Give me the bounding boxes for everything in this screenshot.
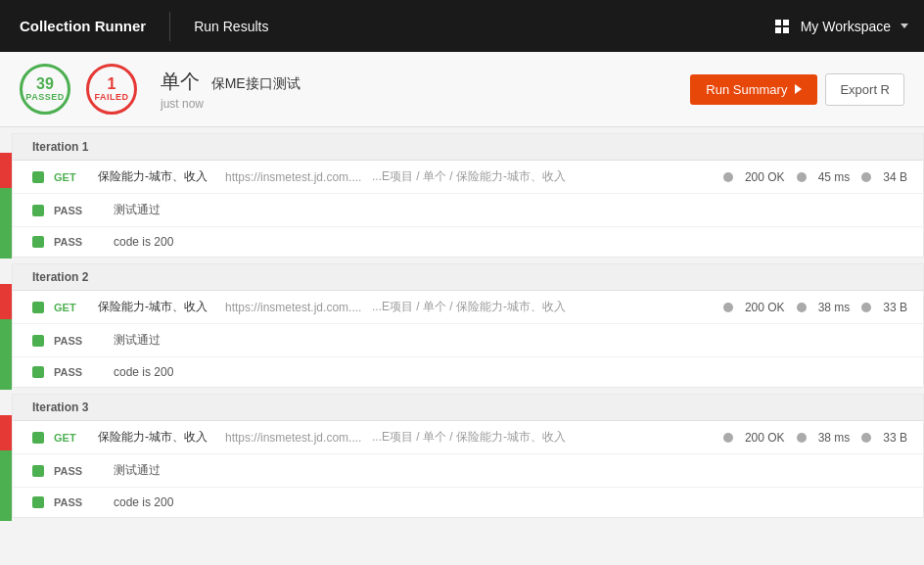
status-dot xyxy=(723,172,733,182)
request-url: https://insmetest.jd.com.... xyxy=(225,431,362,445)
export-button[interactable]: Export R xyxy=(825,73,904,106)
time-text: 38 ms xyxy=(818,301,851,314)
collection-name: 保ME接口测试 xyxy=(211,75,300,91)
passed-count: 39 xyxy=(36,76,54,92)
size-dot xyxy=(861,433,871,443)
row-indicator xyxy=(32,302,44,313)
request-row: GET 保险能力-城市、收入 https://insmetest.jd.com.… xyxy=(13,161,923,194)
size-dot xyxy=(861,303,871,312)
request-path: ...E项目 / 单个 / 保险能力-城市、收入 xyxy=(372,429,714,446)
run-type: 单个 xyxy=(161,71,200,92)
iteration-block: Iteration 1 GET 保险能力-城市、收入 https://insme… xyxy=(12,133,924,258)
header-divider xyxy=(169,12,170,41)
workspace-chevron-icon[interactable] xyxy=(901,24,908,28)
time-dot xyxy=(797,303,807,312)
iteration-header: Iteration 1 xyxy=(13,134,923,161)
run-summary-label: Run Summary xyxy=(706,82,787,97)
status-text: 200 OK xyxy=(745,431,785,445)
time-dot xyxy=(797,172,807,182)
failed-circle: 1 FAILED xyxy=(86,64,137,115)
iteration-block: Iteration 3 GET 保险能力-城市、收入 https://insme… xyxy=(12,394,924,518)
request-name: 保险能力-城市、收入 xyxy=(98,168,215,185)
run-summary-button[interactable]: Run Summary xyxy=(690,74,817,105)
request-meta: 200 OK 38 ms 33 B xyxy=(723,301,907,314)
test-name: code is 200 xyxy=(114,495,173,509)
failed-label: FAILED xyxy=(94,92,128,102)
status-dot xyxy=(723,303,733,312)
method-badge: GET xyxy=(54,171,88,183)
passed-label: PASSED xyxy=(25,92,64,102)
size-text: 33 B xyxy=(883,301,907,314)
workspace-grid-icon xyxy=(775,20,789,33)
request-row: GET 保险能力-城市、收入 https://insmetest.jd.com.… xyxy=(13,291,923,324)
method-badge: GET xyxy=(54,432,88,444)
pass-badge: PASS xyxy=(54,496,88,508)
request-name: 保险能力-城市、收入 xyxy=(98,299,215,315)
test-name: code is 200 xyxy=(114,365,173,379)
request-path: ...E项目 / 单个 / 保险能力-城市、收入 xyxy=(372,299,714,315)
results-container: Iteration 1 GET 保险能力-城市、收入 https://insme… xyxy=(0,127,924,521)
workspace-label[interactable]: My Workspace xyxy=(801,19,891,34)
run-summary-arrow-icon xyxy=(795,84,802,94)
request-row: PASS 测试通过 xyxy=(13,454,923,488)
main-content: Iteration 1 GET 保险能力-城市、收入 https://insme… xyxy=(12,127,924,521)
summary-bar: 39 PASSED 1 FAILED 单个 保ME接口测试 just now R… xyxy=(0,52,924,127)
time-text: 38 ms xyxy=(818,431,851,445)
pass-badge: PASS xyxy=(54,205,88,216)
iteration-header: Iteration 3 xyxy=(13,395,923,421)
test-name: code is 200 xyxy=(114,235,173,249)
tab-run-results[interactable]: Run Results xyxy=(178,19,284,34)
request-row: PASS code is 200 xyxy=(13,227,923,257)
iteration-block: Iteration 2 GET 保险能力-城市、收入 https://insme… xyxy=(12,263,924,388)
request-row: PASS code is 200 xyxy=(13,488,923,517)
status-text: 200 OK xyxy=(745,301,785,314)
test-name: 测试通过 xyxy=(114,202,161,218)
request-url: https://insmetest.jd.com.... xyxy=(225,170,362,184)
request-path: ...E项目 / 单个 / 保险能力-城市、收入 xyxy=(372,168,714,185)
pass-badge: PASS xyxy=(54,236,88,248)
request-row: GET 保险能力-城市、收入 https://insmetest.jd.com.… xyxy=(13,421,923,454)
row-indicator xyxy=(32,236,44,248)
request-row: PASS code is 200 xyxy=(13,357,923,387)
run-timestamp: just now xyxy=(161,97,300,111)
row-indicator xyxy=(32,366,44,378)
run-type-line: 单个 保ME接口测试 xyxy=(161,69,300,95)
status-dot xyxy=(723,433,733,443)
request-url: https://insmetest.jd.com.... xyxy=(225,301,362,314)
size-dot xyxy=(861,172,871,182)
time-dot xyxy=(797,433,807,443)
request-name: 保险能力-城市、收入 xyxy=(98,429,215,446)
request-row: PASS 测试通过 xyxy=(13,324,923,357)
status-text: 200 OK xyxy=(745,170,785,184)
app-title: Collection Runner xyxy=(16,18,162,34)
export-label: Export R xyxy=(840,82,890,97)
request-meta: 200 OK 38 ms 33 B xyxy=(723,431,907,445)
time-text: 45 ms xyxy=(818,170,851,184)
request-meta: 200 OK 45 ms 34 B xyxy=(723,170,907,184)
test-name: 测试通过 xyxy=(114,332,161,349)
summary-info: 单个 保ME接口测试 just now xyxy=(161,69,300,111)
test-name: 测试通过 xyxy=(114,462,161,479)
header: Collection Runner Run Results My Workspa… xyxy=(0,0,924,52)
pass-badge: PASS xyxy=(54,465,88,477)
header-left: Collection Runner Run Results xyxy=(16,12,284,41)
pass-badge: PASS xyxy=(54,366,88,378)
request-row: PASS 测试通过 xyxy=(13,194,923,227)
row-indicator xyxy=(32,171,44,183)
row-indicator xyxy=(32,465,44,477)
row-indicator xyxy=(32,496,44,508)
header-right: My Workspace xyxy=(775,19,908,34)
row-indicator xyxy=(32,335,44,347)
pass-badge: PASS xyxy=(54,335,88,347)
left-bars xyxy=(0,127,12,521)
passed-circle: 39 PASSED xyxy=(20,64,70,115)
method-badge: GET xyxy=(54,302,88,313)
size-text: 34 B xyxy=(883,170,907,184)
size-text: 33 B xyxy=(883,431,907,445)
failed-count: 1 xyxy=(108,76,116,92)
row-indicator xyxy=(32,205,44,216)
iteration-header: Iteration 2 xyxy=(13,264,923,291)
row-indicator xyxy=(32,432,44,444)
summary-actions: Run Summary Export R xyxy=(690,73,904,106)
